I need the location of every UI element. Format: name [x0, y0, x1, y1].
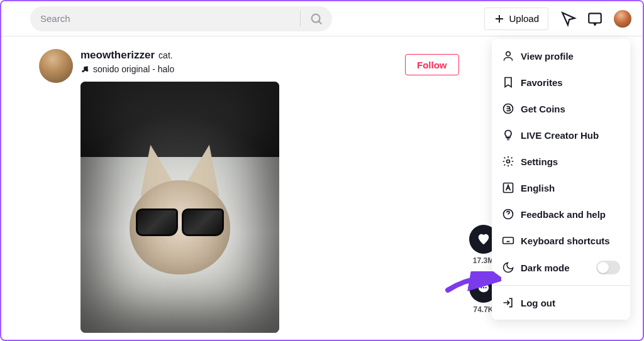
coin-icon: [502, 102, 514, 115]
top-header: Upload: [1, 1, 643, 36]
svg-line-1: [319, 21, 321, 24]
messages-button[interactable]: [560, 10, 577, 28]
menu-dark-mode[interactable]: Dark mode: [492, 254, 630, 281]
svg-rect-4: [589, 13, 601, 23]
menu-item-label: Feedback and help: [521, 209, 606, 220]
svg-point-10: [485, 287, 486, 288]
menu-item-label: View profile: [521, 51, 574, 62]
menu-feedback[interactable]: Feedback and help: [492, 201, 630, 227]
bookmark-icon: [502, 76, 514, 89]
profile-dropdown: View profile Favorites Get Coins LIVE Cr…: [492, 39, 630, 320]
sound-label: sonido original - halo: [93, 64, 174, 74]
post-column: meowtherizzer cat. sonido original - hal…: [80, 49, 279, 333]
menu-item-label: English: [521, 183, 555, 193]
menu-view-profile[interactable]: View profile: [492, 43, 630, 69]
search-button[interactable]: [306, 8, 327, 30]
logout-icon: [502, 296, 514, 309]
upload-label: Upload: [509, 13, 539, 24]
menu-item-label: LIVE Creator Hub: [521, 130, 599, 141]
music-note-icon: [80, 65, 89, 73]
menu-keyboard[interactable]: Keyboard shortcuts: [492, 227, 630, 254]
inbox-button[interactable]: [586, 10, 604, 28]
author-avatar[interactable]: [39, 49, 73, 83]
bulb-icon: [502, 129, 514, 141]
svg-point-11: [506, 51, 511, 56]
post-header: meowtherizzer cat.: [80, 49, 279, 62]
search-input[interactable]: [40, 13, 297, 24]
menu-item-label: Dark mode: [521, 263, 570, 273]
user-icon: [502, 50, 514, 62]
moon-icon: [502, 261, 514, 274]
follow-button[interactable]: Follow: [405, 54, 459, 75]
menu-live-hub[interactable]: LIVE Creator Hub: [492, 122, 630, 148]
plus-icon: [494, 13, 505, 24]
svg-rect-16: [503, 237, 514, 244]
menu-item-label: Keyboard shortcuts: [521, 235, 610, 246]
menu-get-coins[interactable]: Get Coins: [492, 95, 630, 122]
search-icon: [309, 12, 323, 26]
menu-divider: [492, 285, 630, 286]
inbox-icon: [587, 11, 603, 27]
upload-button[interactable]: Upload: [484, 8, 548, 30]
menu-item-label: Get Coins: [521, 104, 565, 114]
svg-point-0: [312, 14, 320, 22]
menu-language[interactable]: English: [492, 175, 630, 201]
menu-settings[interactable]: Settings: [492, 148, 630, 175]
gear-icon: [502, 155, 514, 168]
search-divider: [300, 11, 301, 27]
heart-icon: [477, 232, 491, 246]
search-field[interactable]: [30, 6, 332, 31]
menu-item-label: Favorites: [521, 77, 563, 88]
svg-point-6: [86, 70, 89, 72]
video-player[interactable]: [80, 82, 279, 333]
dark-mode-toggle[interactable]: [596, 261, 620, 274]
sound-row[interactable]: sonido original - halo: [80, 64, 279, 74]
author-display-name: cat.: [158, 50, 173, 60]
svg-point-9: [482, 287, 484, 288]
comment-icon: [477, 281, 491, 295]
svg-point-8: [480, 287, 482, 288]
menu-item-label: Settings: [521, 156, 558, 167]
svg-point-5: [82, 70, 84, 73]
comment-count: 74.7K: [473, 305, 493, 314]
svg-point-13: [507, 160, 510, 163]
menu-item-label: Log out: [521, 298, 555, 308]
video-thumbnail: [80, 82, 279, 333]
letter-a-icon: [502, 181, 514, 194]
like-count: 17.3M: [473, 256, 494, 265]
keyboard-icon: [502, 234, 514, 247]
author-username[interactable]: meowtherizzer: [80, 49, 155, 62]
profile-avatar-button[interactable]: [613, 9, 633, 29]
menu-favorites[interactable]: Favorites: [492, 69, 630, 95]
send-icon: [560, 11, 577, 27]
question-icon: [502, 208, 514, 220]
menu-logout[interactable]: Log out: [492, 290, 630, 316]
